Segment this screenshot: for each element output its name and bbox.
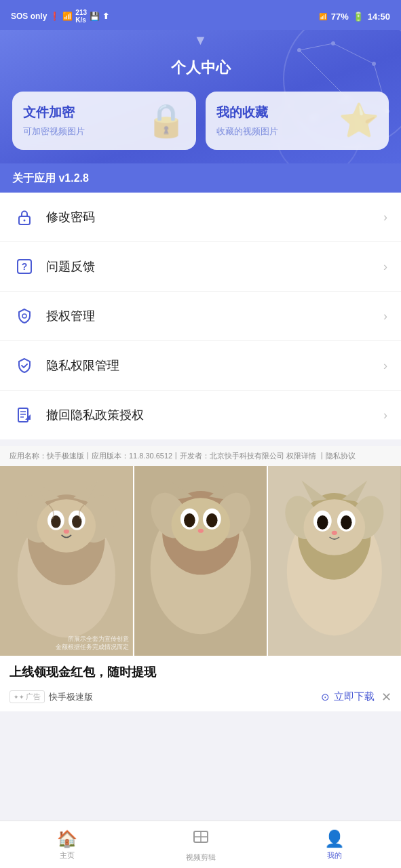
change-password-label: 修改密码 — [46, 209, 383, 225]
privacy-management-item[interactable]: 隐私权限管理 › — [0, 341, 401, 391]
exclamation-icon: ❗ — [50, 12, 60, 21]
time-display: 14:50 — [368, 12, 390, 22]
home-label: 主页 — [60, 850, 75, 861]
privacy-menu-icon — [14, 355, 35, 376]
shield-menu-icon — [14, 305, 35, 327]
star-icon: ⭐ — [339, 102, 379, 140]
svg-point-58 — [332, 530, 337, 534]
ad-action-row: ⊙ 立即下载 ✕ — [321, 690, 392, 705]
svg-point-40 — [171, 498, 230, 551]
nav-video-edit[interactable]: 视频剪辑 — [134, 821, 267, 868]
revoke-menu-icon — [14, 404, 35, 426]
file-encrypt-card[interactable]: 文件加密 可加密视频图片 🔒 — [12, 92, 196, 150]
battery-icon: 🔋 — [353, 12, 364, 22]
about-label: 关于应用 v1.2.8 — [12, 172, 389, 193]
speed-indicator: 213K/s — [75, 9, 87, 24]
nav-home[interactable]: 🏠 主页 — [0, 821, 134, 868]
svg-point-14 — [24, 220, 26, 222]
chevron-right-icon-5: › — [383, 408, 387, 422]
svg-point-53 — [304, 499, 366, 555]
svg-point-43 — [184, 513, 195, 527]
svg-text:?: ? — [22, 261, 28, 272]
ad-app-info: 应用名称：快手极速版丨应用版本：11.8.30.6512丨开发者：北京快手科技有… — [0, 446, 401, 466]
cat-svg-3 — [268, 466, 401, 656]
ad-footer: ✦✦ 广告 快手极速版 ⊙ 立即下载 ✕ — [0, 686, 401, 711]
question-menu-icon: ? — [14, 256, 35, 277]
signal-bar-icon: 📶 — [319, 13, 327, 20]
ad-image-1: 所展示全套为宣传创意 金额根据任务完成情况而定 — [0, 466, 133, 656]
lock-icon: 🔒 — [146, 102, 187, 140]
change-password-item[interactable]: 修改密码 › — [0, 193, 401, 242]
chevron-right-icon-4: › — [383, 359, 387, 373]
chevron-right-icon-2: › — [383, 260, 387, 274]
home-icon: 🏠 — [57, 829, 77, 848]
download-icon: ⊙ — [321, 691, 330, 703]
status-right: 📶 77% 🔋 14:50 — [319, 12, 390, 22]
my-favorites-card[interactable]: 我的收藏 收藏的视频图片 ⭐ — [206, 92, 389, 150]
video-edit-icon — [191, 827, 210, 850]
lock-menu-icon — [14, 206, 35, 228]
wifi-icon: 📶 — [62, 12, 73, 21]
download-label: 立即下载 — [334, 690, 375, 703]
video-edit-label: 视频剪辑 — [186, 852, 216, 863]
battery-pct: 77% — [331, 12, 349, 22]
ad-watermark-1: 所展示全套为宣传创意 金额根据任务完成情况而定 — [56, 635, 129, 651]
ad-label-badge: ✦✦ 广告 — [9, 690, 45, 703]
svg-line-7 — [333, 43, 374, 64]
svg-line-11 — [299, 50, 347, 98]
svg-point-27 — [37, 499, 96, 552]
chevron-right-icon: › — [383, 210, 387, 224]
header-area: ▼ 个人中心 文件加密 可加密视频图片 🔒 我的收藏 收藏的视频图片 ⭐ — [0, 30, 401, 163]
ad-app-name: 快手极速版 — [49, 691, 93, 703]
svg-line-6 — [299, 43, 333, 50]
feedback-item[interactable]: ? 问题反馈 › — [0, 242, 401, 292]
svg-point-30 — [51, 515, 60, 528]
svg-point-44 — [206, 513, 217, 527]
status-left: SOS only ❗ 📶 213K/s 💾 ⬆ — [11, 9, 109, 24]
ad-image-2 — [133, 466, 267, 656]
svg-point-31 — [72, 515, 81, 528]
ad-tag-row: ✦✦ 广告 快手极速版 — [9, 690, 93, 703]
svg-point-45 — [197, 528, 203, 532]
profile-icon: 👤 — [324, 829, 345, 848]
upload-icon: ⬆ — [102, 12, 109, 21]
svg-point-57 — [341, 515, 351, 530]
auth-management-label: 授权管理 — [46, 308, 383, 324]
feature-cards-row: 文件加密 可加密视频图片 🔒 我的收藏 收藏的视频图片 ⭐ — [0, 92, 401, 150]
svg-point-56 — [317, 515, 328, 530]
bottom-nav: 🏠 主页 视频剪辑 👤 我的 — [0, 821, 401, 868]
ad-title: 上线领现金红包，随时提现 — [0, 656, 401, 686]
revoke-privacy-item[interactable]: 撤回隐私政策授权 › — [0, 391, 401, 439]
status-bar: SOS only ❗ 📶 213K/s 💾 ⬆ 📶 77% 🔋 14:50 — [0, 0, 401, 30]
cat-svg-1 — [0, 466, 133, 656]
auth-management-item[interactable]: 授权管理 › — [0, 292, 401, 341]
chevron-right-icon-3: › — [383, 309, 387, 323]
svg-point-32 — [64, 529, 69, 533]
ad-image-strip: 所展示全套为宣传创意 金额根据任务完成情况而定 — [0, 466, 401, 656]
svg-point-17 — [22, 314, 26, 318]
about-section: 关于应用 v1.2.8 — [0, 163, 401, 193]
cat-svg-2 — [134, 466, 267, 656]
ad-close-button[interactable]: ✕ — [381, 690, 392, 705]
revoke-privacy-label: 撤回隐私政策授权 — [46, 407, 383, 423]
ad-image-3 — [267, 466, 401, 656]
feedback-label: 问题反馈 — [46, 258, 383, 275]
privacy-management-label: 隐私权限管理 — [46, 357, 383, 374]
ad-area: 应用名称：快手极速版丨应用版本：11.8.30.6512丨开发者：北京快手科技有… — [0, 446, 401, 711]
storage-icon: 💾 — [90, 12, 100, 21]
download-button[interactable]: ⊙ 立即下载 — [321, 690, 375, 703]
nav-profile[interactable]: 👤 我的 — [267, 821, 401, 868]
profile-label: 我的 — [327, 850, 342, 861]
menu-list: 修改密码 › ? 问题反馈 › 授权管理 › — [0, 193, 401, 439]
sos-label: SOS only — [11, 12, 47, 21]
